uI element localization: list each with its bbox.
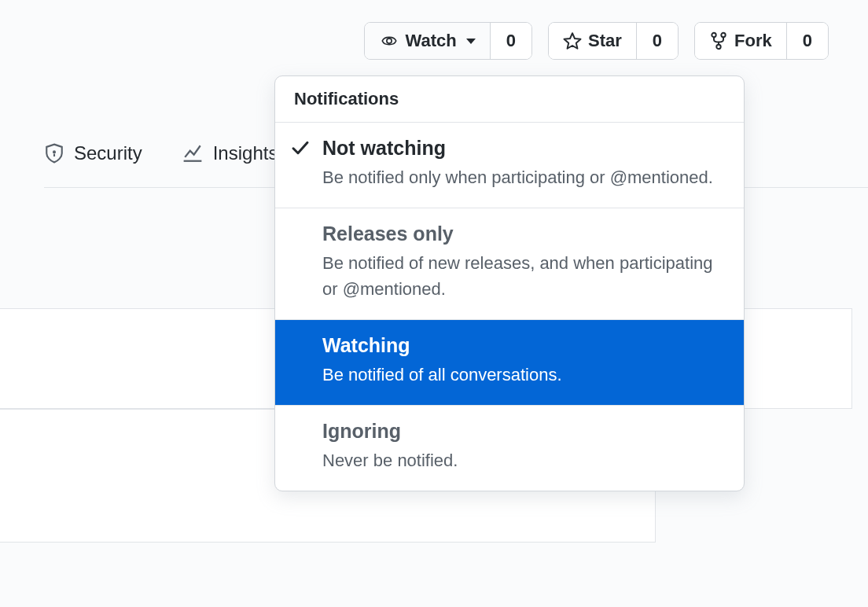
dropdown-header: Notifications	[275, 76, 744, 123]
dropdown-item-title: Watching	[322, 334, 725, 357]
check-icon	[291, 138, 310, 157]
notifications-dropdown: Notifications Not watching Be notified o…	[274, 75, 745, 491]
svg-point-5	[716, 45, 720, 49]
fork-button-group: Fork 0	[694, 22, 829, 60]
dropdown-item-desc: Be notified of new releases, and when pa…	[322, 250, 725, 302]
dropdown-item-desc: Never be notified.	[322, 447, 725, 473]
svg-point-2	[386, 39, 391, 43]
dropdown-item-desc: Be notified only when participating or @…	[322, 164, 725, 190]
dropdown-item-watching[interactable]: Watching Be notified of all conversation…	[275, 320, 744, 406]
fork-label: Fork	[734, 31, 772, 51]
svg-point-0	[53, 151, 55, 153]
star-label: Star	[588, 31, 622, 51]
nav-security[interactable]: Security	[44, 142, 142, 165]
star-icon	[563, 31, 582, 50]
dropdown-item-title: Not watching	[322, 137, 725, 160]
fork-button[interactable]: Fork	[695, 23, 787, 59]
dropdown-item-title: Ignoring	[322, 420, 725, 443]
nav-insights[interactable]: Insights	[182, 142, 278, 165]
watch-button[interactable]: Watch	[365, 23, 491, 59]
star-button[interactable]: Star	[549, 23, 637, 59]
watch-count[interactable]: 0	[491, 23, 531, 59]
caret-down-icon	[466, 39, 476, 44]
dropdown-item-not-watching[interactable]: Not watching Be notified only when parti…	[275, 123, 744, 208]
eye-icon	[379, 33, 399, 49]
fork-icon	[709, 31, 728, 51]
graph-icon	[182, 143, 204, 164]
watch-button-group: Watch 0	[364, 22, 532, 60]
star-count[interactable]: 0	[637, 23, 678, 59]
fork-count[interactable]: 0	[787, 23, 828, 59]
dropdown-item-ignoring[interactable]: Ignoring Never be notified.	[275, 406, 744, 491]
nav-security-label: Security	[74, 142, 142, 164]
dropdown-item-releases-only[interactable]: Releases only Be notified of new release…	[275, 208, 744, 320]
nav-insights-label: Insights	[213, 142, 278, 164]
dropdown-item-title: Releases only	[322, 223, 725, 245]
dropdown-item-desc: Be notified of all conversations.	[322, 362, 725, 388]
repo-actions: Watch 0 Star 0	[364, 22, 829, 60]
star-button-group: Star 0	[548, 22, 679, 60]
watch-label: Watch	[406, 31, 457, 51]
svg-point-3	[712, 33, 715, 37]
shield-icon	[44, 142, 64, 165]
svg-point-4	[721, 33, 725, 37]
